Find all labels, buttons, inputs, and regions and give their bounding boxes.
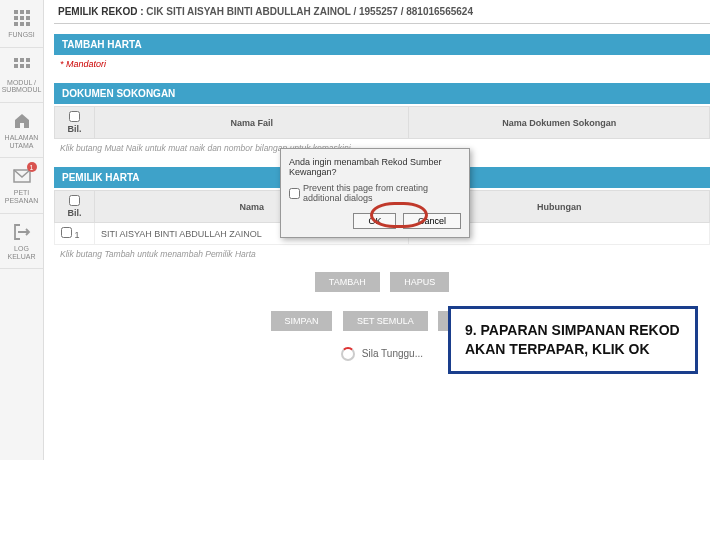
sidebar-label: PETI PESANAN xyxy=(2,189,41,204)
svg-rect-10 xyxy=(20,58,24,62)
svg-rect-3 xyxy=(14,16,18,20)
section-dokumen-sokongan: DOKUMEN SOKONGAN xyxy=(54,83,710,104)
cancel-button[interactable]: Cancel xyxy=(403,213,461,229)
sidebar-label: FUNGSI xyxy=(8,31,34,39)
instruction-callout: 9. PAPARAN SIMPANAN REKOD AKAN TERPAPAR,… xyxy=(448,306,698,374)
sidebar: FUNGSI MODUL / SUBMODUL HALAMAN UTAMA 1 … xyxy=(0,0,44,460)
set-semula-button[interactable]: SET SEMULA xyxy=(343,311,428,331)
pemilik-hint: Klik butang Tambah untuk menambah Pemili… xyxy=(54,245,710,263)
select-all-checkbox[interactable] xyxy=(69,111,80,122)
sidebar-label: LOG KELUAR xyxy=(2,245,41,260)
pemilik-button-row: TAMBAH HAPUS xyxy=(54,263,710,300)
spinner-icon xyxy=(341,347,355,361)
col-bil-label: Bil. xyxy=(67,124,81,134)
mail-badge: 1 xyxy=(27,162,37,172)
svg-rect-6 xyxy=(14,22,18,26)
sidebar-item-logout[interactable]: LOG KELUAR xyxy=(0,214,43,269)
svg-rect-5 xyxy=(26,16,30,20)
section-tambah-harta: TAMBAH HARTA xyxy=(54,34,710,55)
grid-icon xyxy=(12,8,32,28)
col-nama-fail: Nama Fail xyxy=(95,107,409,139)
dokumen-table: Bil. Nama Fail Nama Dokumen Sokongan xyxy=(54,106,710,139)
row-checkbox[interactable] xyxy=(61,227,72,238)
col-check: Bil. xyxy=(55,191,95,223)
mail-icon: 1 xyxy=(12,166,32,186)
svg-rect-7 xyxy=(20,22,24,26)
svg-rect-1 xyxy=(20,10,24,14)
mandatory-note: * Mandatori xyxy=(54,55,710,73)
svg-rect-0 xyxy=(14,10,18,14)
prevent-dialogs-row[interactable]: Prevent this page from creating addition… xyxy=(289,183,461,203)
svg-rect-14 xyxy=(26,64,30,68)
prevent-label: Prevent this page from creating addition… xyxy=(303,183,461,203)
svg-rect-8 xyxy=(26,22,30,26)
sidebar-item-fungsi[interactable]: FUNGSI xyxy=(0,0,43,48)
svg-rect-13 xyxy=(20,64,24,68)
hapus-button[interactable]: HAPUS xyxy=(390,272,449,292)
dialog-buttons: OK Cancel xyxy=(289,213,461,229)
col-nama-dok: Nama Dokumen Sokongan xyxy=(409,107,710,139)
svg-rect-9 xyxy=(14,58,18,62)
prevent-checkbox[interactable] xyxy=(289,188,300,199)
col-check: Bil. xyxy=(55,107,95,139)
svg-rect-4 xyxy=(20,16,24,20)
sidebar-item-modul[interactable]: MODUL / SUBMODUL xyxy=(0,48,43,103)
record-owner-row: PEMILIK REKOD : CIK SITI AISYAH BINTI AB… xyxy=(54,0,710,24)
ok-button[interactable]: OK xyxy=(353,213,396,229)
svg-rect-12 xyxy=(14,64,18,68)
grid-icon xyxy=(12,56,32,76)
instruction-text: 9. PAPARAN SIMPANAN REKOD AKAN TERPAPAR,… xyxy=(465,321,681,359)
dialog-message: Anda ingin menambah Rekod Sumber Kewanga… xyxy=(289,157,461,177)
sidebar-label: HALAMAN UTAMA xyxy=(2,134,41,149)
row-bil: 1 xyxy=(75,230,80,240)
svg-rect-2 xyxy=(26,10,30,14)
select-all-checkbox[interactable] xyxy=(69,195,80,206)
loading-text: Sila Tunggu... xyxy=(362,348,423,359)
sidebar-label: MODUL / SUBMODUL xyxy=(2,79,42,94)
record-owner-label: PEMILIK REKOD : xyxy=(58,6,144,17)
col-bil-label: Bil. xyxy=(67,208,81,218)
home-icon xyxy=(12,111,32,131)
record-owner-value: CIK SITI AISYAH BINTI ABDULLAH ZAINOL / … xyxy=(146,6,473,17)
svg-rect-11 xyxy=(26,58,30,62)
logout-icon xyxy=(12,222,32,242)
sidebar-item-mail[interactable]: 1 PETI PESANAN xyxy=(0,158,43,213)
confirm-dialog: Anda ingin menambah Rekod Sumber Kewanga… xyxy=(280,148,470,238)
tambah-button[interactable]: TAMBAH xyxy=(315,272,380,292)
sidebar-item-home[interactable]: HALAMAN UTAMA xyxy=(0,103,43,158)
simpan-button[interactable]: SIMPAN xyxy=(271,311,333,331)
